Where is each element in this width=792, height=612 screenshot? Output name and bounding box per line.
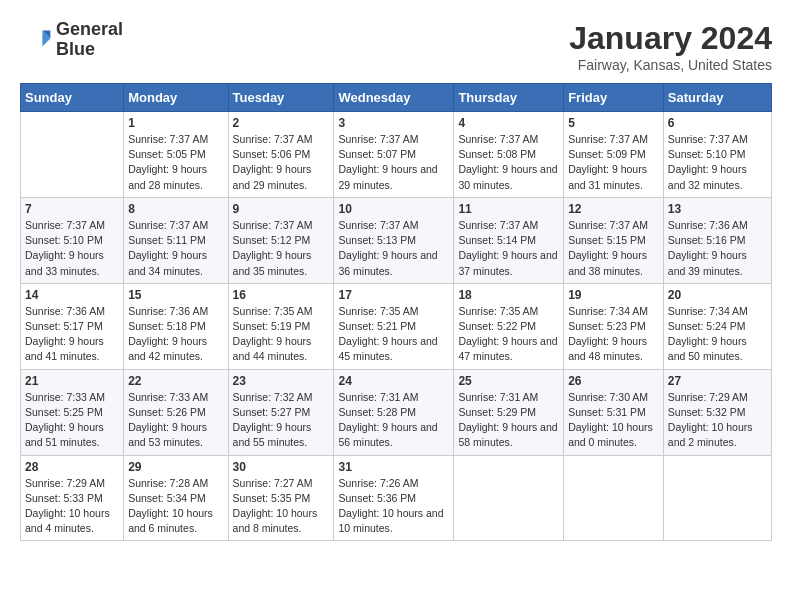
day-number: 5 bbox=[568, 116, 659, 130]
logo-line2: Blue bbox=[56, 40, 123, 60]
day-number: 2 bbox=[233, 116, 330, 130]
day-number: 10 bbox=[338, 202, 449, 216]
day-number: 3 bbox=[338, 116, 449, 130]
cell-week4-day5: 26Sunrise: 7:30 AMSunset: 5:31 PMDayligh… bbox=[564, 369, 664, 455]
day-number: 12 bbox=[568, 202, 659, 216]
cell-week4-day0: 21Sunrise: 7:33 AMSunset: 5:25 PMDayligh… bbox=[21, 369, 124, 455]
day-detail: Sunrise: 7:28 AMSunset: 5:34 PMDaylight:… bbox=[128, 476, 223, 537]
day-number: 17 bbox=[338, 288, 449, 302]
logo-line1: General bbox=[56, 20, 123, 40]
cell-week5-day0: 28Sunrise: 7:29 AMSunset: 5:33 PMDayligh… bbox=[21, 455, 124, 541]
cell-week1-day2: 2Sunrise: 7:37 AMSunset: 5:06 PMDaylight… bbox=[228, 112, 334, 198]
day-detail: Sunrise: 7:37 AMSunset: 5:11 PMDaylight:… bbox=[128, 218, 223, 279]
day-detail: Sunrise: 7:37 AMSunset: 5:07 PMDaylight:… bbox=[338, 132, 449, 193]
cell-week2-day0: 7Sunrise: 7:37 AMSunset: 5:10 PMDaylight… bbox=[21, 197, 124, 283]
day-detail: Sunrise: 7:33 AMSunset: 5:26 PMDaylight:… bbox=[128, 390, 223, 451]
day-number: 21 bbox=[25, 374, 119, 388]
day-detail: Sunrise: 7:36 AMSunset: 5:16 PMDaylight:… bbox=[668, 218, 767, 279]
day-number: 31 bbox=[338, 460, 449, 474]
cell-week3-day0: 14Sunrise: 7:36 AMSunset: 5:17 PMDayligh… bbox=[21, 283, 124, 369]
day-detail: Sunrise: 7:33 AMSunset: 5:25 PMDaylight:… bbox=[25, 390, 119, 451]
day-number: 13 bbox=[668, 202, 767, 216]
day-detail: Sunrise: 7:31 AMSunset: 5:29 PMDaylight:… bbox=[458, 390, 559, 451]
day-number: 4 bbox=[458, 116, 559, 130]
day-detail: Sunrise: 7:37 AMSunset: 5:08 PMDaylight:… bbox=[458, 132, 559, 193]
day-number: 6 bbox=[668, 116, 767, 130]
cell-week5-day5 bbox=[564, 455, 664, 541]
cell-week1-day1: 1Sunrise: 7:37 AMSunset: 5:05 PMDaylight… bbox=[124, 112, 228, 198]
day-detail: Sunrise: 7:35 AMSunset: 5:19 PMDaylight:… bbox=[233, 304, 330, 365]
cell-week5-day6 bbox=[663, 455, 771, 541]
day-detail: Sunrise: 7:34 AMSunset: 5:24 PMDaylight:… bbox=[668, 304, 767, 365]
day-detail: Sunrise: 7:36 AMSunset: 5:17 PMDaylight:… bbox=[25, 304, 119, 365]
title-block: January 2024 Fairway, Kansas, United Sta… bbox=[569, 20, 772, 73]
logo-text: General Blue bbox=[56, 20, 123, 60]
day-number: 16 bbox=[233, 288, 330, 302]
page-header: General Blue January 2024 Fairway, Kansa… bbox=[20, 20, 772, 73]
col-wednesday: Wednesday bbox=[334, 84, 454, 112]
day-detail: Sunrise: 7:27 AMSunset: 5:35 PMDaylight:… bbox=[233, 476, 330, 537]
col-monday: Monday bbox=[124, 84, 228, 112]
day-number: 29 bbox=[128, 460, 223, 474]
day-number: 8 bbox=[128, 202, 223, 216]
day-detail: Sunrise: 7:26 AMSunset: 5:36 PMDaylight:… bbox=[338, 476, 449, 537]
cell-week3-day5: 19Sunrise: 7:34 AMSunset: 5:23 PMDayligh… bbox=[564, 283, 664, 369]
day-number: 7 bbox=[25, 202, 119, 216]
cell-week2-day5: 12Sunrise: 7:37 AMSunset: 5:15 PMDayligh… bbox=[564, 197, 664, 283]
cell-week1-day0 bbox=[21, 112, 124, 198]
day-number: 11 bbox=[458, 202, 559, 216]
day-number: 26 bbox=[568, 374, 659, 388]
cell-week1-day5: 5Sunrise: 7:37 AMSunset: 5:09 PMDaylight… bbox=[564, 112, 664, 198]
day-detail: Sunrise: 7:37 AMSunset: 5:12 PMDaylight:… bbox=[233, 218, 330, 279]
calendar-title: January 2024 bbox=[569, 20, 772, 57]
day-number: 27 bbox=[668, 374, 767, 388]
cell-week4-day6: 27Sunrise: 7:29 AMSunset: 5:32 PMDayligh… bbox=[663, 369, 771, 455]
day-number: 30 bbox=[233, 460, 330, 474]
day-number: 15 bbox=[128, 288, 223, 302]
cell-week3-day2: 16Sunrise: 7:35 AMSunset: 5:19 PMDayligh… bbox=[228, 283, 334, 369]
calendar-table: Sunday Monday Tuesday Wednesday Thursday… bbox=[20, 83, 772, 541]
logo: General Blue bbox=[20, 20, 123, 60]
week-row-1: 1Sunrise: 7:37 AMSunset: 5:05 PMDaylight… bbox=[21, 112, 772, 198]
cell-week2-day3: 10Sunrise: 7:37 AMSunset: 5:13 PMDayligh… bbox=[334, 197, 454, 283]
day-detail: Sunrise: 7:35 AMSunset: 5:21 PMDaylight:… bbox=[338, 304, 449, 365]
cell-week1-day6: 6Sunrise: 7:37 AMSunset: 5:10 PMDaylight… bbox=[663, 112, 771, 198]
col-tuesday: Tuesday bbox=[228, 84, 334, 112]
cell-week2-day1: 8Sunrise: 7:37 AMSunset: 5:11 PMDaylight… bbox=[124, 197, 228, 283]
cell-week2-day4: 11Sunrise: 7:37 AMSunset: 5:14 PMDayligh… bbox=[454, 197, 564, 283]
week-row-2: 7Sunrise: 7:37 AMSunset: 5:10 PMDaylight… bbox=[21, 197, 772, 283]
day-detail: Sunrise: 7:30 AMSunset: 5:31 PMDaylight:… bbox=[568, 390, 659, 451]
day-number: 24 bbox=[338, 374, 449, 388]
day-detail: Sunrise: 7:37 AMSunset: 5:10 PMDaylight:… bbox=[668, 132, 767, 193]
day-detail: Sunrise: 7:37 AMSunset: 5:13 PMDaylight:… bbox=[338, 218, 449, 279]
calendar-subtitle: Fairway, Kansas, United States bbox=[569, 57, 772, 73]
cell-week2-day2: 9Sunrise: 7:37 AMSunset: 5:12 PMDaylight… bbox=[228, 197, 334, 283]
day-detail: Sunrise: 7:35 AMSunset: 5:22 PMDaylight:… bbox=[458, 304, 559, 365]
logo-icon bbox=[20, 24, 52, 56]
day-detail: Sunrise: 7:37 AMSunset: 5:09 PMDaylight:… bbox=[568, 132, 659, 193]
day-detail: Sunrise: 7:32 AMSunset: 5:27 PMDaylight:… bbox=[233, 390, 330, 451]
header-row: Sunday Monday Tuesday Wednesday Thursday… bbox=[21, 84, 772, 112]
cell-week5-day4 bbox=[454, 455, 564, 541]
day-detail: Sunrise: 7:34 AMSunset: 5:23 PMDaylight:… bbox=[568, 304, 659, 365]
week-row-3: 14Sunrise: 7:36 AMSunset: 5:17 PMDayligh… bbox=[21, 283, 772, 369]
day-detail: Sunrise: 7:37 AMSunset: 5:05 PMDaylight:… bbox=[128, 132, 223, 193]
cell-week4-day1: 22Sunrise: 7:33 AMSunset: 5:26 PMDayligh… bbox=[124, 369, 228, 455]
day-number: 9 bbox=[233, 202, 330, 216]
week-row-5: 28Sunrise: 7:29 AMSunset: 5:33 PMDayligh… bbox=[21, 455, 772, 541]
week-row-4: 21Sunrise: 7:33 AMSunset: 5:25 PMDayligh… bbox=[21, 369, 772, 455]
day-detail: Sunrise: 7:29 AMSunset: 5:32 PMDaylight:… bbox=[668, 390, 767, 451]
day-detail: Sunrise: 7:37 AMSunset: 5:06 PMDaylight:… bbox=[233, 132, 330, 193]
calendar-body: 1Sunrise: 7:37 AMSunset: 5:05 PMDaylight… bbox=[21, 112, 772, 541]
cell-week5-day1: 29Sunrise: 7:28 AMSunset: 5:34 PMDayligh… bbox=[124, 455, 228, 541]
day-number: 20 bbox=[668, 288, 767, 302]
cell-week1-day4: 4Sunrise: 7:37 AMSunset: 5:08 PMDaylight… bbox=[454, 112, 564, 198]
calendar-header: Sunday Monday Tuesday Wednesday Thursday… bbox=[21, 84, 772, 112]
cell-week4-day4: 25Sunrise: 7:31 AMSunset: 5:29 PMDayligh… bbox=[454, 369, 564, 455]
cell-week4-day2: 23Sunrise: 7:32 AMSunset: 5:27 PMDayligh… bbox=[228, 369, 334, 455]
day-detail: Sunrise: 7:36 AMSunset: 5:18 PMDaylight:… bbox=[128, 304, 223, 365]
cell-week2-day6: 13Sunrise: 7:36 AMSunset: 5:16 PMDayligh… bbox=[663, 197, 771, 283]
col-sunday: Sunday bbox=[21, 84, 124, 112]
day-number: 22 bbox=[128, 374, 223, 388]
day-number: 23 bbox=[233, 374, 330, 388]
